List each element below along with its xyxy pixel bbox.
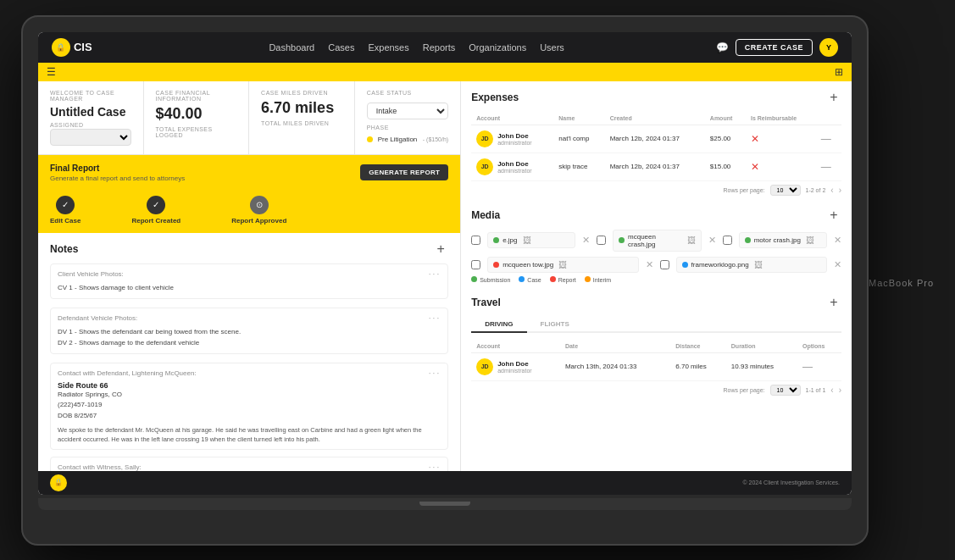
case-title: Untitled Case [50, 105, 131, 119]
note-group-title-client: Client Vehicle Photos: [58, 270, 124, 278]
media-checkbox-1[interactable] [471, 236, 480, 245]
step-report-created: ✓ Report Created [131, 196, 180, 225]
media-checkbox-2[interactable] [597, 236, 606, 245]
prev-page-btn[interactable]: ‹ [830, 186, 833, 195]
media-row-1: e.jpg 🖼 ✕ mcqueen crash.jpg 🖼 ✕ [471, 230, 841, 252]
step-report-approved: ⊙ Report Approved [231, 196, 286, 225]
add-expense-button[interactable]: + [826, 90, 841, 105]
file-name-motorcrash: motor crash.jpg [754, 236, 801, 244]
nav-right: 💬 CREATE CASE Y [716, 38, 838, 57]
next-page-btn[interactable]: › [839, 186, 841, 195]
travel-col-distance: Distance [670, 340, 726, 353]
file-dot-motorcrash [745, 237, 751, 243]
notes-header: Notes + [50, 241, 448, 257]
step-edit-case: ✓ Edit Case [50, 196, 81, 225]
media-checkbox-5[interactable] [660, 260, 669, 269]
app-footer: 🔒 © 2024 Client Investigation Services. [38, 471, 852, 495]
settings-icon[interactable]: ⊞ [835, 66, 843, 78]
travel-col-account: Account [471, 340, 560, 353]
travel-header: Travel + [471, 295, 841, 310]
notes-section: Notes + Client Vehicle Photos: ··· CV 1 … [38, 233, 460, 471]
tab-driving[interactable]: DRIVING [471, 317, 526, 333]
expense-created-1: March 12b, 2024 01:37 [605, 125, 705, 152]
reimbursable-x-2: ✕ [751, 161, 759, 173]
nav-dashboard[interactable]: Dashboard [269, 42, 314, 53]
phase-value: Pre Litigation [378, 136, 418, 143]
file-dot-framework [682, 262, 688, 268]
travel-pagination: Rows per page: 10 1-1 of 1 ‹ › [471, 385, 841, 396]
expense-actions-2[interactable]: — [816, 152, 841, 180]
expenses-section: Expenses + Account Name Created Amount [471, 90, 841, 196]
add-travel-button[interactable]: + [826, 295, 841, 310]
travel-acct-name-1: John Doe [497, 360, 531, 368]
case-title-cell: WELCOME TO CASE MANAGER Untitled Case AS… [38, 81, 144, 154]
travel-next-btn[interactable]: › [839, 385, 841, 395]
miles-sublabel: TOTAL MILES DRIVEN [261, 120, 342, 126]
file-icon-framework: 🖼 [754, 260, 763, 269]
nav-cases[interactable]: Cases [328, 42, 354, 53]
step-circle-approved: ⊙ [250, 196, 269, 214]
media-remove-framework[interactable]: ✕ [834, 259, 841, 270]
add-note-button[interactable]: + [433, 241, 448, 257]
travel-rows-select[interactable]: 10 [770, 385, 801, 396]
note-menu-client[interactable]: ··· [429, 269, 441, 279]
file-icon-mcrash: 🖼 [687, 236, 696, 245]
step-label-approved: Report Approved [231, 217, 286, 225]
status-label: CASE STATUS [367, 90, 449, 96]
travel-col-options: Options [797, 340, 841, 353]
media-remove-ejpg[interactable]: ✕ [582, 235, 590, 246]
travel-table: Account Date Distance Duration Options [471, 340, 841, 381]
assignee-select[interactable] [50, 129, 131, 146]
travel-prev-btn[interactable]: ‹ [830, 385, 833, 395]
nav-organizations[interactable]: Organizations [469, 42, 526, 53]
media-title: Media [471, 209, 500, 221]
media-remove-mcrash[interactable]: ✕ [708, 235, 716, 246]
footer-copyright: © 2024 Client Investigation Services. [742, 480, 840, 485]
media-section: Media + e.jpg 🖼 ✕ [471, 208, 841, 283]
add-media-button[interactable]: + [826, 208, 841, 223]
generate-report-button[interactable]: GENERATE REPORT [360, 164, 448, 180]
travel-actions-1[interactable]: — [797, 352, 841, 380]
case-status-select[interactable]: Intake Active Closed [367, 103, 449, 119]
note-group-header-defendant: Defendant Vehicle Photos: ··· [58, 313, 441, 323]
media-file-mtow: mcqueen tow.jpg 🖼 [487, 257, 638, 273]
media-grid: e.jpg 🖼 ✕ mcqueen crash.jpg 🖼 ✕ [471, 230, 841, 273]
contact-header-defendant: Contact with Defendant, Lightening McQue… [58, 369, 441, 378]
tab-flights[interactable]: FLIGHTS [527, 317, 583, 333]
contact-note-defendant: We spoke to the defendant Mr. McQueen at… [58, 425, 441, 445]
contact-header-sally: Contact with Witness, Sally: ··· [58, 463, 441, 470]
media-remove-mtow[interactable]: ✕ [646, 259, 653, 270]
travel-acct-info-1: John Doe administrator [497, 360, 531, 374]
logo-text: CIS [74, 41, 92, 53]
financial-cell: CASE FINANCIAL INFORMATION $40.00 TOTAL … [144, 81, 250, 154]
expenses-table-wrap: Account Name Created Amount Is Reimbursa… [471, 112, 841, 181]
miles-label: CASE MILES DRIVEN [261, 90, 342, 96]
note-item-dv2: DV 2 - Shows damage to the defendant veh… [58, 337, 441, 348]
nav-expenses[interactable]: Expenses [368, 42, 408, 53]
notification-icon[interactable]: 💬 [716, 42, 729, 53]
create-case-button[interactable]: CREATE CASE [736, 39, 813, 56]
contact-menu-sally[interactable]: ··· [429, 463, 441, 470]
financial-label: CASE FINANCIAL INFORMATION [156, 90, 237, 102]
hamburger-icon[interactable]: ☰ [47, 66, 56, 78]
phase-label: PHASE [367, 125, 449, 130]
nav-users[interactable]: Users [540, 42, 564, 53]
note-item-dv1: DV 1 - Shows the defendant car being tow… [58, 326, 441, 337]
expense-actions-1[interactable]: — [816, 125, 841, 152]
expense-amount-2: $15.00 [705, 152, 746, 180]
app-logo[interactable]: 🔒 CIS [52, 38, 92, 57]
media-remove-motorcrash[interactable]: ✕ [834, 235, 841, 246]
right-panel: Expenses + Account Name Created Amount [461, 81, 852, 471]
file-name-mcrash: mcqueen crash.jpg [628, 233, 682, 248]
media-checkbox-3[interactable] [723, 236, 732, 245]
travel-avatar-1: JD [476, 358, 493, 375]
note-menu-defendant[interactable]: ··· [429, 313, 441, 323]
rows-per-page-select[interactable]: 10 25 [770, 185, 801, 196]
nav-reports[interactable]: Reports [423, 42, 456, 53]
user-avatar[interactable]: Y [819, 38, 838, 57]
expense-acct-name-2: John Doe [497, 160, 531, 168]
contact-menu-defendant[interactable]: ··· [429, 369, 441, 378]
media-checkbox-4[interactable] [471, 260, 480, 269]
media-row-2: mcqueen tow.jpg 🖼 ✕ frameworklogo.png 🖼 … [471, 257, 841, 273]
expense-amount-1: $25.00 [705, 125, 746, 152]
